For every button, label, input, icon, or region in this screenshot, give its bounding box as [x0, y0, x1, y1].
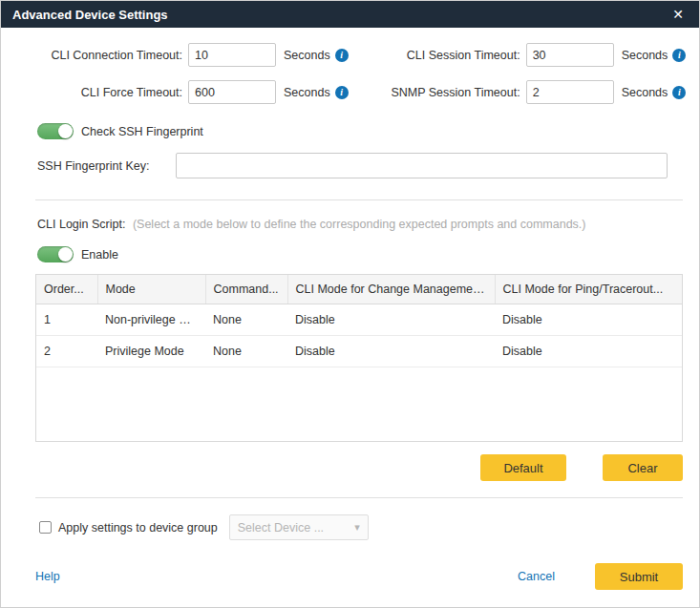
- table-header-row: Order... Mode Command... CLI Mode for Ch…: [36, 275, 682, 304]
- ssh-fingerprint-key-input[interactable]: [176, 153, 668, 178]
- column-header-order[interactable]: Order...: [36, 275, 97, 304]
- cli-force-timeout-row: CLI Force Timeout: Seconds i: [35, 80, 349, 104]
- column-header-command[interactable]: Command...: [205, 275, 287, 304]
- section-divider: [35, 199, 683, 200]
- info-icon[interactable]: i: [335, 86, 349, 99]
- table-actions: Default Clear: [1, 454, 683, 481]
- cell-mode: Non-privilege Mode: [97, 304, 205, 336]
- cli-connection-timeout-label: CLI Connection Timeout:: [35, 49, 188, 62]
- cli-session-timeout-unit: Seconds: [622, 49, 668, 62]
- column-header-change-management[interactable]: CLI Mode for Change Management ...: [287, 275, 495, 304]
- cli-force-timeout-unit: Seconds: [284, 86, 330, 99]
- cell-mode: Privilege Mode: [97, 336, 205, 367]
- apply-settings-checkbox[interactable]: [39, 521, 52, 534]
- cli-login-script-header: CLI Login Script: (Select a mode below t…: [37, 218, 683, 231]
- cell-change-management: Disable: [287, 336, 495, 367]
- timeout-settings: CLI Connection Timeout: Seconds i CLI Se…: [35, 43, 683, 104]
- dialog-footer: Help Cancel Submit: [35, 563, 683, 590]
- chevron-down-icon: ▾: [354, 521, 360, 534]
- enable-label: Enable: [81, 248, 118, 262]
- cli-login-script-hint: (Select a mode below to define the corre…: [133, 218, 586, 231]
- snmp-session-timeout-input[interactable]: [526, 80, 614, 104]
- cell-ping-traceroute: Disable: [495, 336, 682, 367]
- submit-button[interactable]: Submit: [595, 563, 683, 590]
- cli-connection-timeout-input[interactable]: [188, 43, 276, 67]
- ssh-fingerprint-key-label: SSH Fingerprint Key:: [37, 159, 176, 173]
- cli-connection-timeout-unit: Seconds: [284, 49, 330, 62]
- cell-order: 2: [36, 336, 97, 367]
- check-ssh-fingerprint-toggle[interactable]: [37, 123, 74, 139]
- cancel-link[interactable]: Cancel: [518, 570, 555, 583]
- cli-login-script-table: Order... Mode Command... CLI Mode for Ch…: [35, 274, 683, 442]
- cli-session-timeout-input[interactable]: [526, 43, 614, 67]
- help-link[interactable]: Help: [35, 570, 60, 583]
- advanced-device-settings-dialog: Advanced Device Settings ✕ CLI Connectio…: [0, 0, 700, 608]
- section-divider: [35, 497, 683, 498]
- snmp-session-timeout-row: SNMP Session Timeout: Seconds i: [349, 80, 687, 104]
- column-header-mode[interactable]: Mode: [97, 275, 205, 304]
- enable-row: Enable: [37, 246, 699, 262]
- snmp-session-timeout-label: SNMP Session Timeout:: [349, 86, 526, 99]
- close-icon[interactable]: ✕: [668, 6, 688, 23]
- cli-connection-timeout-row: CLI Connection Timeout: Seconds i: [35, 43, 349, 67]
- default-button[interactable]: Default: [480, 454, 566, 481]
- cell-command: None: [205, 304, 287, 336]
- enable-toggle[interactable]: [37, 246, 74, 262]
- dialog-title: Advanced Device Settings: [12, 8, 168, 22]
- info-icon[interactable]: i: [672, 49, 686, 62]
- table-row[interactable]: 2 Privilege Mode None Disable Disable: [36, 336, 682, 367]
- apply-settings-label: Apply settings to device group: [58, 521, 218, 535]
- toggle-knob: [58, 247, 73, 262]
- clear-button[interactable]: Clear: [603, 454, 683, 481]
- cli-force-timeout-label: CLI Force Timeout:: [35, 86, 188, 99]
- device-group-select-value: Select Device ...: [238, 521, 324, 535]
- cli-login-script-label: CLI Login Script:: [37, 218, 125, 231]
- cli-session-timeout-row: CLI Session Timeout: Seconds i: [349, 43, 687, 67]
- toggle-knob: [58, 124, 73, 138]
- table-row[interactable]: 1 Non-privilege Mode None Disable Disabl…: [36, 304, 682, 336]
- dialog-titlebar: Advanced Device Settings ✕: [1, 1, 699, 28]
- check-ssh-fingerprint-row: Check SSH Fingerprint: [37, 123, 699, 139]
- cell-command: None: [205, 336, 287, 367]
- apply-settings-row: Apply settings to device group Select De…: [39, 514, 683, 540]
- column-header-ping-traceroute[interactable]: CLI Mode for Ping/Tracerout...: [495, 275, 682, 304]
- info-icon[interactable]: i: [335, 49, 349, 62]
- cli-force-timeout-input[interactable]: [188, 80, 276, 104]
- check-ssh-fingerprint-label: Check SSH Fingerprint: [81, 125, 203, 138]
- ssh-fingerprint-key-row: SSH Fingerprint Key:: [37, 153, 668, 178]
- device-group-select[interactable]: Select Device ... ▾: [229, 514, 369, 540]
- info-icon[interactable]: i: [672, 86, 686, 99]
- cell-order: 1: [36, 304, 97, 336]
- cell-change-management: Disable: [287, 304, 495, 336]
- snmp-session-timeout-unit: Seconds: [622, 86, 668, 99]
- cli-session-timeout-label: CLI Session Timeout:: [349, 49, 526, 62]
- cell-ping-traceroute: Disable: [495, 304, 682, 336]
